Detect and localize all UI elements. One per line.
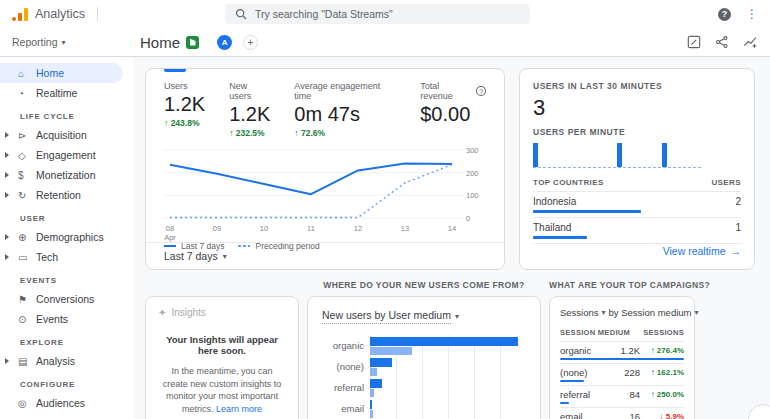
sidebar-item[interactable]: ◔ Realtime: [0, 83, 123, 103]
apps-grid-icon[interactable]: [693, 9, 703, 19]
metric-value: 1.2K: [229, 103, 270, 126]
bar-row: referral: [322, 377, 526, 398]
current-period-bar: [370, 379, 382, 388]
brand-name: Analytics: [35, 7, 85, 21]
expand-arrow-icon[interactable]: [5, 152, 9, 158]
sidebar-item[interactable]: ▭ Tech: [0, 247, 123, 267]
metric-delta: 243.8%: [164, 118, 205, 128]
dimension-selector[interactable]: by Session medium: [609, 307, 692, 318]
per-minute-label: USERS PER MINUTE: [533, 127, 741, 137]
x-tick-label: 13: [391, 224, 419, 233]
sidebar-item[interactable]: ↻ Retention: [0, 185, 123, 205]
x-tick-label: 12: [344, 224, 372, 233]
sidebar-item[interactable]: ⊙ Events: [0, 309, 123, 329]
sidebar-item[interactable]: ◎ Audiences: [0, 393, 123, 413]
view-realtime-link[interactable]: View realtime →: [663, 245, 741, 257]
traffic-line-chart: [164, 142, 464, 224]
new-users-bar-chart: organic(none)referralemail: [322, 335, 526, 419]
app-bar: Analytics ? ⋮: [0, 0, 770, 28]
country-bar: [533, 210, 641, 213]
search-input[interactable]: [255, 8, 520, 20]
sidebar-item[interactable]: ⊳ Acquisition: [0, 125, 123, 145]
sidebar-section-label: EXPLORE: [0, 329, 133, 351]
users-per-minute-chart: [533, 142, 701, 168]
bar-category-label: email: [322, 403, 370, 414]
y-tick-label: 100: [466, 191, 479, 200]
metric-delta: 72.6%: [294, 128, 396, 138]
new-users-card: New users by User medium ▾ organic(none)…: [307, 296, 541, 419]
sidebar-item[interactable]: ∴ Custom definitions: [0, 413, 123, 419]
sessions-delta: 250.0%: [640, 390, 684, 399]
per-minute-bar: [533, 143, 538, 167]
sidebar-item[interactable]: ◇ Engagement: [0, 145, 123, 165]
users-header: USERS: [711, 178, 741, 187]
y-tick-label: 0: [466, 214, 470, 223]
search-bar[interactable]: [225, 4, 530, 24]
home-icon: ⌂: [18, 68, 36, 79]
metric[interactable]: Users 1.2K 243.8%: [164, 81, 205, 138]
per-minute-bar: [662, 143, 667, 167]
customize-report-icon[interactable]: [687, 35, 701, 49]
sidebar-item[interactable]: ⌂ Home: [0, 63, 123, 83]
column-header-sessions[interactable]: SESSIONS: [643, 328, 684, 337]
sidebar-item[interactable]: $ Monetization: [0, 165, 123, 185]
main-content: Users 1.2K 243.8% New users 1.2K 232.5% …: [133, 57, 770, 419]
new-users-dimension-selector[interactable]: New users by User medium ▾: [322, 309, 526, 324]
sessions-value: 228: [616, 367, 640, 378]
expand-arrow-icon[interactable]: [5, 358, 9, 364]
metric-delta: 232.5%: [229, 128, 270, 138]
new-users-section-header: WHERE DO YOUR NEW USERS COME FROM?: [307, 280, 541, 296]
country-users: 1: [735, 222, 741, 233]
chevron-down-icon: ▾: [62, 38, 66, 47]
sessions-delta: 162.1%: [640, 368, 684, 377]
help-icon[interactable]: [476, 86, 486, 96]
sidebar-section-label: CONFIGURE: [0, 371, 133, 393]
active-metric-tab-indicator: [164, 69, 186, 72]
previous-period-bar: [370, 347, 412, 355]
metric[interactable]: Total revenue $0.00: [420, 81, 486, 138]
metric-selector[interactable]: Sessions: [560, 307, 599, 318]
expand-arrow-icon[interactable]: [5, 172, 9, 178]
medium-bar: [560, 358, 684, 360]
date-range-selector[interactable]: Last 7 days ▾: [146, 242, 504, 269]
column-header-medium[interactable]: SESSION MEDIUM: [560, 328, 630, 337]
bar-category-label: (none): [322, 361, 370, 372]
metric[interactable]: Average engagement time 0m 47s 72.6%: [294, 81, 396, 138]
country-users: 2: [735, 196, 741, 207]
expand-arrow-icon[interactable]: [5, 234, 9, 240]
sessions-value: 16: [616, 411, 640, 419]
expand-arrow-icon[interactable]: [5, 254, 9, 260]
share-icon[interactable]: [715, 35, 729, 49]
country-name: Indonesia: [533, 196, 576, 207]
help-icon[interactable]: ?: [718, 8, 731, 21]
sessions-value: 1.2K: [616, 345, 640, 356]
traffic-chart: 0100200300 08 Apr091011121314: [164, 142, 490, 238]
medium-bar: [560, 402, 569, 404]
session-medium: email: [560, 411, 616, 419]
learn-more-link[interactable]: Learn more: [216, 404, 262, 414]
expand-arrow-icon[interactable]: [5, 192, 9, 198]
x-tick-label: 08 Apr: [156, 224, 184, 242]
expand-arrow-icon[interactable]: [5, 132, 9, 138]
insights-body: In the meantime, you can create new cust…: [158, 365, 286, 415]
avatar[interactable]: A: [217, 35, 232, 50]
nav-mode-selector[interactable]: Reporting ▾: [12, 36, 66, 48]
campaign-row: (none) 228 162.1%: [560, 364, 684, 386]
previous-period-bar: [370, 410, 373, 418]
campaign-row: organic 1.2K 276.4%: [560, 342, 684, 364]
demographics-icon: ⊕: [18, 232, 36, 243]
metric[interactable]: New users 1.2K 232.5%: [229, 81, 270, 138]
insights-icon[interactable]: [743, 35, 758, 49]
chevron-down-icon: ▾: [694, 308, 698, 317]
more-vert-icon[interactable]: ⋮: [746, 8, 758, 20]
session-medium: organic: [560, 345, 616, 356]
sidebar-item[interactable]: ▤ Analysis: [0, 351, 123, 371]
y-tick-label: 300: [466, 146, 479, 155]
arrow-right-icon: →: [731, 245, 742, 257]
y-tick-label: 200: [466, 169, 479, 178]
sidebar-item[interactable]: ⚑ Conversions: [0, 289, 123, 309]
sidebar-item[interactable]: ⊕ Demographics: [0, 227, 123, 247]
retention-icon: ↻: [18, 190, 36, 201]
add-comparison-button[interactable]: +: [243, 35, 258, 50]
x-tick-label: 11: [297, 224, 325, 233]
